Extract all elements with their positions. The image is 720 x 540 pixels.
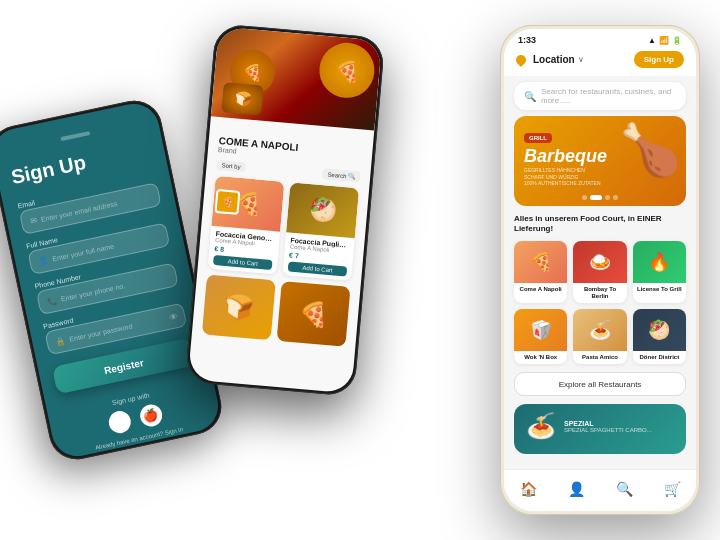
food-image-3: 🍞 xyxy=(221,82,263,115)
restaurant-3-image: 🔥 xyxy=(633,241,686,283)
battery-icon: 🔋 xyxy=(672,36,682,45)
restaurant-card-2[interactable]: 🍛 Bombay To Berlin xyxy=(573,241,626,303)
register-label: Register xyxy=(103,357,144,376)
sort-button[interactable]: Sort by xyxy=(216,159,246,171)
wifi-icon: ▲ xyxy=(648,36,656,45)
chevron-down-icon: ∨ xyxy=(578,55,584,64)
phone-home: 1:33 ▲ 📶 🔋 Location ∨ Sign Up xyxy=(500,25,700,515)
email-placeholder: Enter your email address xyxy=(40,199,118,222)
signup-header-button[interactable]: Sign Up xyxy=(634,51,684,68)
phone-shell-middle: 🍕 🍕 🍞 🍕 COME A NAPOLI Brand Sort by Sear… xyxy=(185,23,386,396)
restaurant-card-5[interactable]: 🍝 Pasta Amico xyxy=(573,309,626,364)
phone-shell-left: Sign Up Email ✉ Enter your email address… xyxy=(0,96,226,465)
promo2-text-area: SPEZIAL SPEZIAL SPAGHETTI CARBO... xyxy=(564,420,652,433)
pizza-image-2: 🍕 xyxy=(317,41,377,101)
search-icon: 🔍 xyxy=(524,91,536,102)
status-time: 1:33 xyxy=(518,35,536,45)
google-icon[interactable]: G xyxy=(106,409,132,435)
promo2-content: 🍝 SPEZIAL SPEZIAL SPAGHETTI CARBO... xyxy=(514,404,686,448)
status-icons: ▲ 📶 🔋 xyxy=(648,36,682,45)
phone-placeholder: Enter your phone no. xyxy=(60,282,125,302)
nav-cart[interactable]: 🛒 xyxy=(664,481,681,497)
status-bar: 1:33 ▲ 📶 🔋 xyxy=(504,29,696,47)
nav-home[interactable]: 🏠 xyxy=(520,481,537,497)
cart-icon: 🛒 xyxy=(664,481,681,497)
promo-food-image: 🍗 xyxy=(619,121,681,179)
password-placeholder: Enter your password xyxy=(69,322,133,342)
promo-banner-2: 🍝 SPEZIAL SPEZIAL SPAGHETTI CARBO... xyxy=(514,404,686,454)
restaurant-logo: 🍕 xyxy=(214,189,240,215)
promo2-subtitle: SPEZIAL SPAGHETTI CARBO... xyxy=(564,427,652,433)
search-input[interactable]: Search for restaurants, cuisines, and mo… xyxy=(541,87,676,105)
restaurant-6-name: Döner District xyxy=(633,351,686,364)
apple-icon[interactable]: 🍎 xyxy=(138,403,164,429)
menu-items-row2: 🍞 🍕 xyxy=(202,274,351,346)
explore-all-button[interactable]: Explore all Restaurants xyxy=(514,372,686,396)
restaurant-4-name: Wok 'N Box xyxy=(514,351,567,364)
menu-content: COME A NAPOLI Brand Sort by Search 🔍 🍕 F… xyxy=(191,116,374,355)
phone-screen-right: 1:33 ▲ 📶 🔋 Location ∨ Sign Up xyxy=(504,29,696,511)
search-button[interactable]: Search 🔍 xyxy=(322,168,361,182)
home-icon: 🏠 xyxy=(520,481,537,497)
search-bar[interactable]: 🔍 Search for restaurants, cuisines, and … xyxy=(514,82,686,110)
location-label: Location xyxy=(533,54,575,65)
restaurant-2-name: Bombay To Berlin xyxy=(573,283,626,303)
restaurant-1-image: 🍕 xyxy=(514,241,567,283)
promo-banner: GRILL Barbeque GEGRILLTES HÄHNCHEN SCHAR… xyxy=(514,116,686,206)
restaurant-card-1[interactable]: 🍕 Come A Napoli xyxy=(514,241,567,303)
dot-1 xyxy=(582,195,587,200)
profile-icon: 👤 xyxy=(568,481,585,497)
promo-text-area: GRILL Barbeque GEGRILLTES HÄHNCHEN SCHAR… xyxy=(524,126,607,187)
add-to-cart-1[interactable]: Add to Cart xyxy=(213,255,273,270)
app-header: Location ∨ Sign Up xyxy=(504,47,696,76)
restaurant-4-image: 🥡 xyxy=(514,309,567,351)
menu-item-1-details: Focaccia Genovese Come A Napoli € 8 Add … xyxy=(208,226,280,275)
restaurant-2-image: 🍛 xyxy=(573,241,626,283)
restaurant-6-image: 🥙 xyxy=(633,309,686,351)
fullname-placeholder: Enter your full name xyxy=(52,242,115,262)
promo-dots xyxy=(582,195,618,200)
food-court-title: Alles in unserem Food Court, in EINER Li… xyxy=(514,214,686,235)
restaurant-card-3[interactable]: 🔥 License To Grill xyxy=(633,241,686,303)
explore-label: Explore all Restaurants xyxy=(559,380,642,389)
phone-signup: Sign Up Email ✉ Enter your email address… xyxy=(0,96,226,465)
promo-badge: GRILL xyxy=(524,133,552,143)
bottom-navigation: 🏠 👤 🔍 🛒 xyxy=(504,469,696,511)
restaurant-1-name: Come A Napoli xyxy=(514,283,567,296)
location-pin-icon xyxy=(514,52,528,66)
signup-with-section: Sign up with G 🍎 Already have an account… xyxy=(61,381,209,456)
nav-profile[interactable]: 👤 xyxy=(568,481,585,497)
menu-header-image: 🍕 🍕 🍞 xyxy=(211,27,382,131)
menu-item-2-details: Focaccia Pugliese Come A Napoli € 7 Add … xyxy=(282,232,354,281)
restaurant-5-name: Pasta Amico xyxy=(573,351,626,364)
add-to-cart-2[interactable]: Add to Cart xyxy=(288,262,348,277)
restaurant-5-image: 🍝 xyxy=(573,309,626,351)
food-img-4: 🍕 xyxy=(277,281,351,347)
promo-sub-text: GEGRILLTES HÄHNCHEN SCHARF UND WÜRZIG 10… xyxy=(524,167,607,187)
signal-icon: 📶 xyxy=(659,36,669,45)
location-row[interactable]: Location ∨ xyxy=(516,54,584,65)
promo2-icon: 🍝 xyxy=(526,412,556,440)
promo-main-text: Barbeque xyxy=(524,147,607,165)
nav-search[interactable]: 🔍 xyxy=(616,481,633,497)
restaurant-grid: 🍕 Come A Napoli 🍛 Bombay To Berlin 🔥 Lic… xyxy=(514,241,686,365)
search-nav-icon: 🔍 xyxy=(616,481,633,497)
promo2-label: SPEZIAL xyxy=(564,420,652,427)
dot-3 xyxy=(605,195,610,200)
phone-screen-left: Sign Up Email ✉ Enter your email address… xyxy=(0,99,223,461)
restaurant-card-6[interactable]: 🥙 Döner District xyxy=(633,309,686,364)
restaurant-3-name: License To Grill xyxy=(633,283,686,296)
dot-2-active xyxy=(590,195,602,200)
dot-4 xyxy=(613,195,618,200)
eye-icon: 👁 xyxy=(168,311,179,323)
signup-content: Sign Up Email ✉ Enter your email address… xyxy=(0,99,223,461)
phone-menu: 🍕 🍕 🍞 🍕 COME A NAPOLI Brand Sort by Sear… xyxy=(185,23,386,396)
food-img-3: 🍞 xyxy=(202,274,276,340)
menu-item-2-image: 🥙 xyxy=(286,182,359,238)
signin-link[interactable]: Sign In xyxy=(164,426,184,436)
phone-screen-middle: 🍕 🍕 🍞 🍕 COME A NAPOLI Brand Sort by Sear… xyxy=(188,27,382,394)
restaurant-card-4[interactable]: 🥡 Wok 'N Box xyxy=(514,309,567,364)
phone-shell-right: 1:33 ▲ 📶 🔋 Location ∨ Sign Up xyxy=(500,25,700,515)
menu-item-2: 🥙 Focaccia Pugliese Come A Napoli € 7 Ad… xyxy=(282,182,359,281)
main-scene: Sign Up Email ✉ Enter your email address… xyxy=(0,0,720,540)
